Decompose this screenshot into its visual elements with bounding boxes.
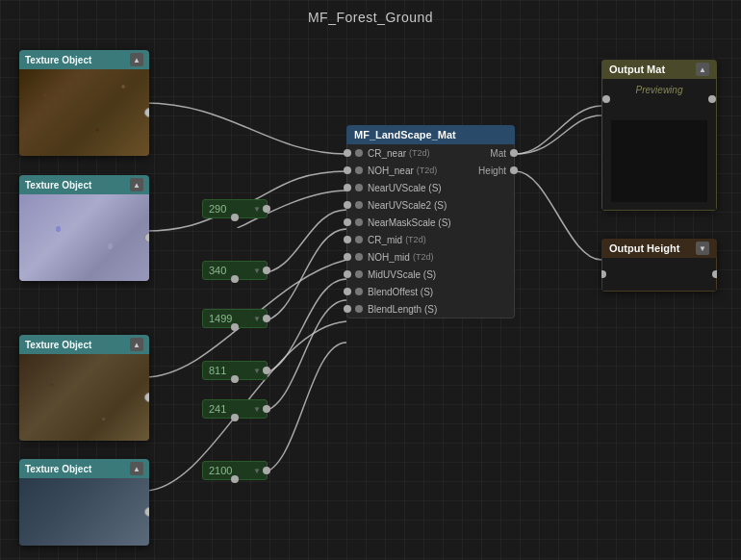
output-mat-out-connector[interactable]: [708, 95, 716, 103]
pin-cr-near-out[interactable]: [510, 149, 518, 157]
output-mat-previewing: Previewing: [606, 83, 712, 97]
pin-cr-mid-type: (T2d): [405, 235, 426, 244]
output-height-out-connector[interactable]: [712, 270, 717, 278]
pin-blendoffest-in[interactable]: [344, 288, 351, 295]
pin-blendlength: BlendLength (S): [347, 300, 514, 318]
texture-node-3-out-connector[interactable]: [144, 393, 149, 402]
output-height-arrow[interactable]: ▼: [696, 242, 709, 255]
texture-node-4-out-connector[interactable]: [144, 507, 149, 517]
output-mat-node: Output Mat ▲ Previewing: [601, 60, 717, 211]
texture-node-2-arrow[interactable]: ▲: [130, 178, 143, 191]
texture-node-4-body: [19, 478, 149, 546]
pin-noh-near: NOH_near (T2d) Height: [347, 162, 514, 179]
texture-node-3-header: Texture Object ▲: [19, 335, 149, 354]
texture-node-1-preview: [19, 69, 149, 156]
num-811-arrow: ▼: [253, 367, 261, 375]
pin-cr-near-dot: [355, 149, 363, 157]
output-height-header: Output Height ▼: [601, 239, 717, 258]
output-height-in-connector[interactable]: [601, 270, 606, 278]
texture-node-4: Texture Object ▲: [19, 459, 149, 546]
output-mat-header: Output Mat ▲: [601, 60, 717, 79]
texture-node-2-preview: [19, 194, 149, 281]
output-mat-body: Previewing: [601, 79, 717, 211]
pin-cr-mid: CR_mid (T2d): [347, 231, 514, 248]
num-node-811[interactable]: 811 ▼: [202, 361, 268, 380]
num-node-2100[interactable]: 2100 ▼: [202, 461, 268, 480]
pin-blendlength-in[interactable]: [344, 305, 351, 313]
pin-nearmask-dot: [355, 218, 363, 226]
num-1499-out[interactable]: [263, 315, 270, 322]
output-mat-arrow[interactable]: ▲: [696, 63, 709, 76]
pin-cr-near-label: CR_near: [368, 148, 406, 159]
pin-noh-mid-in[interactable]: [344, 253, 351, 261]
pin-nearuv2-dot: [355, 201, 363, 209]
main-node-title: MF_LandScape_Mat: [354, 129, 456, 140]
texture-node-4-header: Texture Object ▲: [19, 459, 149, 478]
num-node-241[interactable]: 241 ▼: [202, 399, 268, 419]
texture-normal: [19, 194, 149, 281]
pin-nearuv2: NearUVScale2 (S): [347, 196, 514, 214]
texture-node-1-header: Texture Object ▲: [19, 50, 149, 69]
pin-nearmask: NearMaskScale (S): [347, 214, 514, 231]
num-1499-arrow: ▼: [253, 315, 261, 323]
pin-cr-near: CR_near (T2d) Mat: [347, 144, 514, 162]
texture-node-1-label: Texture Object: [25, 55, 91, 65]
pin-noh-near-out[interactable]: [510, 166, 518, 174]
num-290-bottom[interactable]: [231, 214, 239, 221]
num-340-out[interactable]: [263, 267, 270, 274]
num-2100-bottom[interactable]: [231, 475, 239, 483]
pin-nearmask-label: NearMaskScale (S): [368, 217, 451, 228]
pin-nearmask-in[interactable]: [344, 218, 351, 226]
pin-noh-near-out-label: Height: [478, 165, 506, 176]
texture-node-2: Texture Object ▲: [19, 175, 149, 281]
pin-noh-mid: NOH_mid (T2d): [347, 248, 514, 266]
texture-node-3-body: [19, 354, 149, 441]
num-811-bottom[interactable]: [231, 375, 239, 383]
pin-cr-near-in[interactable]: [344, 149, 351, 157]
pin-noh-near-type: (T2d): [417, 165, 438, 175]
pin-cr-near-out-label: Mat: [490, 148, 506, 159]
output-mat-label: Output Mat: [609, 64, 665, 75]
texture-node-2-body: [19, 194, 149, 281]
num-node-1499[interactable]: 1499 ▼: [202, 309, 268, 328]
texture-node-1-arrow[interactable]: ▲: [130, 53, 143, 66]
output-mat-in-connector[interactable]: [602, 95, 610, 103]
texture-node-3: Texture Object ▲: [19, 335, 149, 441]
num-340-value: 340: [209, 265, 226, 276]
pin-miduv: MidUVScale (S): [347, 266, 514, 283]
output-height-node: Output Height ▼: [601, 239, 717, 292]
pin-blendoffest: BlendOffest (S): [347, 283, 514, 300]
num-2100-out[interactable]: [263, 467, 270, 474]
output-mat-preview: [611, 120, 707, 202]
pin-noh-near-in[interactable]: [344, 166, 351, 174]
pin-miduv-in[interactable]: [344, 270, 351, 278]
num-340-bottom[interactable]: [231, 275, 239, 283]
texture-node-3-arrow[interactable]: ▲: [130, 338, 143, 351]
num-2100-value: 2100: [209, 465, 232, 476]
pin-cr-near-type: (T2d): [409, 148, 430, 158]
num-290-out[interactable]: [263, 205, 270, 213]
pin-miduv-label: MidUVScale (S): [368, 269, 436, 280]
num-1499-bottom[interactable]: [231, 323, 239, 331]
texture-node-1: Texture Object ▲: [19, 50, 149, 156]
num-811-value: 811: [209, 365, 226, 376]
texture-node-4-label: Texture Object: [25, 464, 91, 474]
pin-nearuv2-in[interactable]: [344, 201, 351, 209]
pin-cr-mid-in[interactable]: [344, 236, 351, 243]
num-241-out[interactable]: [263, 405, 270, 413]
pin-nearuv-in[interactable]: [344, 184, 351, 191]
num-811-out[interactable]: [263, 367, 270, 374]
num-241-bottom[interactable]: [231, 414, 239, 421]
main-node-header: MF_LandScape_Mat: [346, 125, 515, 144]
num-node-290[interactable]: 290 ▼: [202, 199, 268, 218]
texture-node-4-arrow[interactable]: ▲: [130, 462, 143, 475]
num-node-340[interactable]: 340 ▼: [202, 261, 268, 280]
pin-cr-mid-dot: [355, 236, 363, 243]
texture-node-2-out-connector[interactable]: [144, 233, 149, 242]
num-241-value: 241: [209, 403, 226, 415]
texture-node-1-out-connector[interactable]: [144, 108, 149, 117]
texture-blend: [19, 478, 149, 546]
texture-node-4-preview: [19, 478, 149, 546]
pin-nearuv: NearUVScale (S): [347, 179, 514, 196]
pin-noh-near-label: NOH_near: [368, 165, 414, 176]
